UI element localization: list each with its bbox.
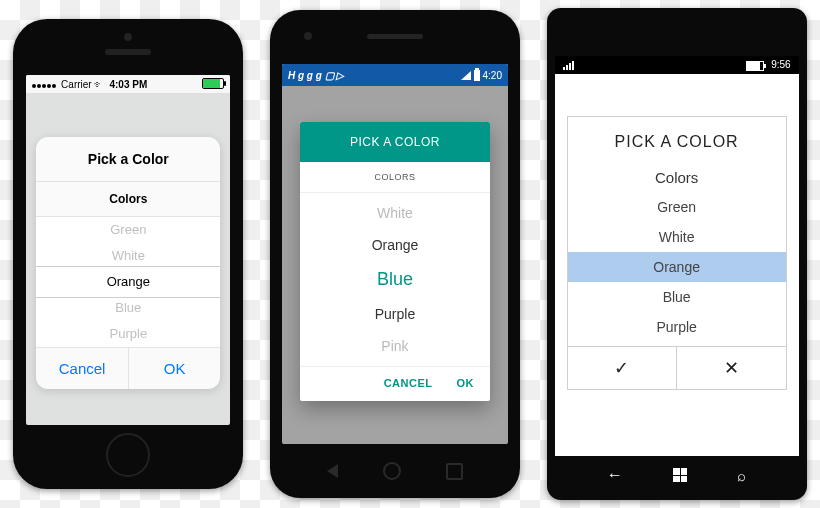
ok-button[interactable]: ✓ [568, 347, 677, 389]
iphone-bezel-top [13, 19, 243, 75]
wp-status-bar: 9:56 [555, 56, 799, 74]
cancel-button[interactable]: Cancel [36, 348, 128, 389]
status-time: 4:20 [483, 70, 502, 81]
speaker-icon [105, 49, 151, 55]
speaker-icon [367, 34, 423, 39]
dialog-actions: ✓ ✕ [568, 346, 786, 389]
picker-option-selected[interactable]: Blue [300, 261, 490, 298]
ok-button[interactable]: OK [128, 348, 221, 389]
home-button[interactable] [383, 462, 401, 480]
picker-list[interactable]: White Orange Blue Purple Pink [300, 193, 490, 366]
wp-bezel-top [547, 8, 807, 56]
android-scrim: PICK A COLOR COLORS White Orange Blue Pu… [282, 86, 508, 444]
dialog-subtitle: COLORS [300, 162, 490, 193]
picker-option[interactable]: Purple [36, 321, 220, 347]
windows-button[interactable] [673, 468, 687, 482]
dialog-title: PICK A COLOR [568, 117, 786, 163]
dialog-actions: Cancel OK [36, 347, 220, 389]
ok-button[interactable]: OK [456, 377, 474, 389]
close-icon: ✕ [724, 358, 739, 378]
android-device: H g g g ▢ ▷ 4:20 PICK A COLOR COLORS Whi… [270, 10, 520, 498]
picker-option-selected[interactable]: Orange [568, 252, 786, 282]
android-bezel-top [270, 10, 520, 64]
status-time: 9:56 [771, 59, 790, 70]
cancel-button[interactable]: ✕ [676, 347, 786, 389]
picker-option[interactable]: White [36, 243, 220, 269]
picker-option[interactable]: White [568, 222, 786, 252]
android-screen: H g g g ▢ ▷ 4:20 PICK A COLOR COLORS Whi… [282, 64, 508, 444]
android-status-bar: H g g g ▢ ▷ 4:20 [282, 64, 508, 86]
cancel-button[interactable]: CANCEL [384, 377, 433, 389]
picker-option[interactable]: White [300, 197, 490, 229]
wp-dialog: PICK A COLOR Colors Green White Orange B… [567, 116, 787, 390]
picker-option[interactable]: Purple [568, 312, 786, 342]
status-time: 4:03 PM [26, 79, 230, 90]
check-icon: ✓ [614, 358, 629, 378]
front-camera-icon [304, 32, 312, 40]
windows-phone-device: 9:56 PICK A COLOR Colors Green White Ora… [547, 8, 807, 500]
picker-option[interactable]: Green [568, 192, 786, 222]
status-right: 9:56 [746, 59, 790, 70]
picker-wheel[interactable]: Green White Orange Blue Purple [36, 217, 220, 347]
dialog-subtitle: Colors [36, 182, 220, 217]
wp-screen: 9:56 PICK A COLOR Colors Green White Ora… [555, 56, 799, 456]
dialog-title: Pick a Color [36, 137, 220, 182]
android-dialog: PICK A COLOR COLORS White Orange Blue Pu… [300, 122, 490, 401]
picker-list[interactable]: Green White Orange Blue Purple [568, 192, 786, 342]
picker-option[interactable]: Blue [36, 295, 220, 321]
picker-option[interactable]: Purple [300, 298, 490, 330]
back-button[interactable]: ← [607, 466, 623, 484]
home-button[interactable] [106, 433, 150, 477]
picker-option[interactable]: Pink [300, 330, 490, 362]
picker-option[interactable]: Orange [300, 229, 490, 261]
picker-option-selected[interactable]: Orange [36, 269, 220, 295]
ios-status-bar: Carrier ᯤ 4:03 PM [26, 75, 230, 93]
android-nav-bar [305, 448, 485, 494]
search-button[interactable]: ⌕ [737, 467, 746, 484]
picker-option[interactable]: Blue [568, 282, 786, 312]
picker-option[interactable]: Green [36, 217, 220, 243]
front-camera-icon [124, 33, 132, 41]
battery-icon [474, 70, 480, 81]
iphone-device: Carrier ᯤ 4:03 PM Pick a Color Colors Gr… [13, 19, 243, 489]
wp-nav-bar: ← ⌕ [582, 458, 772, 492]
iphone-screen: Carrier ᯤ 4:03 PM Pick a Color Colors Gr… [26, 75, 230, 425]
signal-icon [461, 71, 471, 80]
dialog-actions: CANCEL OK [300, 366, 490, 401]
dialog-title: PICK A COLOR [300, 122, 490, 162]
signal-icon [563, 61, 574, 70]
recents-button[interactable] [446, 463, 463, 480]
ios-action-sheet: Pick a Color Colors Green White Orange B… [36, 137, 220, 389]
dialog-subtitle: Colors [568, 163, 786, 192]
back-button[interactable] [327, 464, 338, 478]
notification-icons: H g g g ▢ ▷ [288, 70, 344, 81]
battery-icon [746, 61, 764, 71]
system-icons: 4:20 [461, 70, 502, 81]
notif-icon: H g g g ▢ ▷ [288, 70, 344, 81]
